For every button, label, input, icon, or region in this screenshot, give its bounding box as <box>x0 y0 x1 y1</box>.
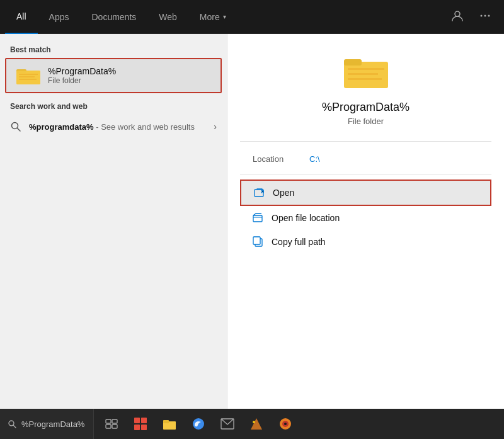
taskbar-right <box>94 409 504 439</box>
search-web-label: Search work and web <box>0 93 227 115</box>
svg-point-0 <box>455 11 460 16</box>
search-icon-sm <box>10 121 21 132</box>
tab-documents[interactable]: Documents <box>80 0 147 34</box>
copy-full-path-label: Copy full path <box>272 237 326 247</box>
svg-point-2 <box>484 14 486 16</box>
tab-web-label: Web <box>159 12 177 22</box>
svg-rect-30 <box>141 425 147 430</box>
svg-rect-9 <box>19 79 37 80</box>
svg-rect-20 <box>253 237 260 244</box>
person-icon-button[interactable] <box>449 7 466 27</box>
best-match-text: %ProgramData% File folder <box>48 66 116 85</box>
svg-marker-35 <box>251 418 262 430</box>
taskbar-edge-browser[interactable] <box>186 409 211 439</box>
tab-documents-label: Documents <box>91 12 136 22</box>
taskbar-search-text: %ProgramData% <box>21 419 84 429</box>
svg-point-1 <box>481 14 483 16</box>
open-file-location-label: Open file location <box>272 213 340 223</box>
web-search-query-bold: %programdata% <box>29 122 94 132</box>
svg-point-36 <box>253 421 255 423</box>
taskbar-search-icon <box>8 419 16 428</box>
web-search-text: %programdata% - See work and web results <box>29 122 214 132</box>
nav-icons <box>449 7 499 27</box>
svg-rect-18 <box>253 215 262 222</box>
tab-all[interactable]: All <box>5 0 38 34</box>
tab-more[interactable]: More ▾ <box>188 0 238 34</box>
svg-line-22 <box>13 425 16 428</box>
svg-line-11 <box>18 128 21 132</box>
open-file-location-icon <box>253 212 264 224</box>
detail-folder-icon <box>344 53 388 91</box>
taskbar: %ProgramData% <box>0 409 504 439</box>
taskbar-photos[interactable] <box>244 409 269 439</box>
best-match-title: %ProgramData% <box>48 66 116 76</box>
taskbar-start-logo[interactable] <box>128 409 153 439</box>
svg-rect-32 <box>163 420 169 423</box>
web-search-item[interactable]: %programdata% - See work and web results… <box>0 115 227 139</box>
copy-full-path-icon <box>253 236 264 248</box>
tab-more-label: More <box>200 12 220 22</box>
taskbar-file-explorer[interactable] <box>157 409 182 439</box>
top-nav: All Apps Documents Web More ▾ <box>0 0 504 34</box>
action-open[interactable]: Open <box>240 180 491 206</box>
svg-rect-16 <box>348 78 382 80</box>
svg-rect-8 <box>19 76 35 77</box>
tab-apps[interactable]: Apps <box>38 0 81 34</box>
folder-icon-large <box>16 66 40 86</box>
detail-divider2 <box>240 174 491 174</box>
svg-rect-25 <box>106 425 111 428</box>
svg-point-3 <box>488 14 490 16</box>
best-match-item[interactable]: %ProgramData% File folder <box>5 58 222 93</box>
taskbar-firefox[interactable] <box>273 409 298 439</box>
ellipsis-icon-button[interactable] <box>476 7 494 27</box>
tab-web[interactable]: Web <box>147 0 188 34</box>
action-copy-full-path[interactable]: Copy full path <box>240 230 491 254</box>
right-panel: %ProgramData% File folder Location C:\ O… <box>227 34 504 409</box>
tab-apps-label: Apps <box>49 12 69 22</box>
svg-rect-7 <box>19 74 38 75</box>
action-open-file-location[interactable]: Open file location <box>240 206 491 230</box>
open-icon <box>254 187 265 198</box>
svg-rect-28 <box>141 418 147 423</box>
best-match-label: Best match <box>0 42 227 58</box>
svg-rect-14 <box>348 68 384 70</box>
main-content: Best match %ProgramData% File folder Sea… <box>0 34 504 409</box>
svg-rect-26 <box>112 425 117 428</box>
left-panel: Best match %ProgramData% File folder Sea… <box>0 34 227 409</box>
detail-title: %ProgramData% <box>322 101 410 114</box>
best-match-subtitle: File folder <box>48 76 116 85</box>
location-value[interactable]: C:\ <box>309 154 320 164</box>
detail-info-row: Location C:\ <box>240 152 491 166</box>
detail-divider <box>240 141 491 142</box>
svg-point-33 <box>193 418 204 430</box>
open-label: Open <box>273 188 294 198</box>
svg-rect-15 <box>348 73 378 75</box>
taskbar-task-view[interactable] <box>99 409 124 439</box>
detail-subtitle: File folder <box>348 117 384 126</box>
location-label: Location <box>253 154 309 164</box>
svg-rect-13 <box>344 59 362 66</box>
chevron-right-icon: › <box>214 122 217 132</box>
svg-rect-24 <box>112 419 117 423</box>
svg-rect-27 <box>134 418 140 423</box>
web-search-query-muted: - See work and web results <box>94 122 195 132</box>
svg-rect-23 <box>106 419 111 423</box>
svg-point-39 <box>284 423 287 425</box>
svg-rect-29 <box>134 425 140 430</box>
more-dropdown-arrow: ▾ <box>223 13 226 20</box>
tab-all-label: All <box>16 11 26 21</box>
taskbar-mail[interactable] <box>215 409 240 439</box>
taskbar-search[interactable]: %ProgramData% <box>0 409 93 439</box>
